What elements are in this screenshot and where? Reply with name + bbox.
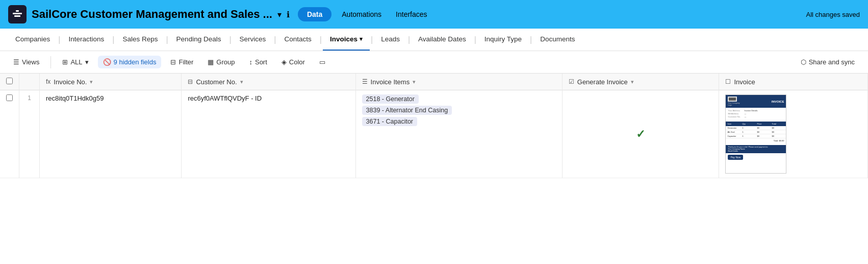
svg-rect-2 xyxy=(16,10,19,12)
resize-button[interactable]: ▭ xyxy=(314,56,330,68)
select-all-checkbox[interactable] xyxy=(6,78,13,84)
checkbox-header xyxy=(0,74,19,90)
top-bar: SailCore Customer Management and Sales .… xyxy=(0,0,868,29)
info-icon[interactable]: ℹ xyxy=(287,10,290,19)
invoices-caret-icon: ▾ xyxy=(360,36,363,42)
all-caret-icon: ▾ xyxy=(85,58,89,66)
eye-off-icon: 🚫 xyxy=(103,58,111,66)
row-checkbox[interactable] xyxy=(6,94,13,101)
col-generate-invoice-caret: ▾ xyxy=(631,79,634,85)
save-status: All changes saved xyxy=(806,11,860,18)
sort-button[interactable]: ↕ Sort xyxy=(244,56,272,68)
interfaces-link[interactable]: Interfaces xyxy=(396,10,427,18)
sep-5: | xyxy=(273,35,277,44)
sep-10: | xyxy=(529,35,533,44)
tab-invoices[interactable]: Invoices ▾ xyxy=(323,29,370,51)
col-invoice-items-caret: ▾ xyxy=(413,79,416,85)
col-generate-invoice[interactable]: ☑ Generate Invoice ▾ xyxy=(562,74,719,90)
sort-icon: ↕ xyxy=(249,58,252,66)
toolbar-sep-1 xyxy=(50,56,51,68)
tab-inquiry-type[interactable]: Inquiry Type xyxy=(477,29,529,51)
row-number: 1 xyxy=(19,90,40,178)
svg-rect-0 xyxy=(13,13,22,14)
top-nav: Automations Interfaces xyxy=(342,10,801,18)
hamburger-icon: ☰ xyxy=(13,58,19,66)
tab-pending-deals[interactable]: Pending Deals xyxy=(169,29,228,51)
share-sync-button[interactable]: ⬡ Share and sync xyxy=(796,56,860,68)
tab-sales-reps[interactable]: Sales Reps xyxy=(115,29,165,51)
generate-invoice-cell: ✓ xyxy=(562,90,719,178)
filter-button[interactable]: ⊟ Filter xyxy=(165,56,198,68)
all-button[interactable]: ⊞ ALL ▾ xyxy=(57,56,93,68)
row-num-header xyxy=(19,74,40,90)
sep-9: | xyxy=(473,35,477,44)
invoice-item-tag-2[interactable]: 3839 - Alternator End Casing xyxy=(362,106,556,117)
lookup-icon: ⊟ xyxy=(188,78,193,85)
tab-companies[interactable]: Companies xyxy=(8,29,57,51)
title-caret-icon[interactable]: ▾ xyxy=(277,10,282,19)
sep-6: | xyxy=(319,35,323,44)
invoice-preview[interactable]: Your CompanyLogo INVOICE Your Address In… xyxy=(725,94,786,174)
share-icon: ⬡ xyxy=(801,58,806,66)
tab-contacts[interactable]: Contacts xyxy=(277,29,319,51)
invoice-item-tag-1[interactable]: 2518 - Generator xyxy=(362,94,556,106)
customer-no-cell[interactable]: rec6yf0AWTflQVDyF - ID xyxy=(182,90,355,178)
color-button[interactable]: ◈ Color xyxy=(276,56,310,68)
invoice-preview-cell[interactable]: Your CompanyLogo INVOICE Your Address In… xyxy=(719,90,868,178)
table-header-row: fx Invoice No. ▾ ⊟ Customer No. ▾ ☰ xyxy=(0,74,868,90)
formula-icon: fx xyxy=(46,78,50,85)
invoice-item-tag-3[interactable]: 3671 - Capacitor xyxy=(362,117,556,128)
filter-icon: ⊟ xyxy=(170,58,176,66)
sep-2: | xyxy=(111,35,115,44)
col-invoice-no-caret: ▾ xyxy=(90,79,93,85)
sep-7: | xyxy=(370,35,374,44)
sep-1: | xyxy=(57,35,61,44)
main-table: fx Invoice No. ▾ ⊟ Customer No. ▾ ☰ xyxy=(0,74,868,178)
invoice-logo xyxy=(728,97,737,102)
app-title: SailCore Customer Management and Sales .… xyxy=(32,8,272,21)
table-wrap: fx Invoice No. ▾ ⊟ Customer No. ▾ ☰ xyxy=(0,74,868,264)
toolbar: ☰ Views ⊞ ALL ▾ 🚫 9 hidden fields ⊟ Filt… xyxy=(0,51,868,74)
data-button[interactable]: Data xyxy=(298,7,331,21)
document-icon: ☐ xyxy=(725,78,731,85)
tab-documents[interactable]: Documents xyxy=(533,29,582,51)
svg-rect-1 xyxy=(14,15,20,17)
invoice-no-cell[interactable]: rec8itq0T1Hdk0g59 xyxy=(40,90,182,178)
app-logo xyxy=(8,5,27,23)
tab-leads[interactable]: Leads xyxy=(374,29,407,51)
sep-4: | xyxy=(228,35,232,44)
automations-link[interactable]: Automations xyxy=(342,10,381,18)
tab-interactions[interactable]: Interactions xyxy=(61,29,111,51)
table-row: 1 rec8itq0T1Hdk0g59 rec6yf0AWTflQVDyF - … xyxy=(0,90,868,178)
views-button[interactable]: ☰ Views xyxy=(8,56,44,68)
group-icon: ▦ xyxy=(208,58,214,66)
col-invoice-items[interactable]: ☰ Invoice Items ▾ xyxy=(355,74,562,90)
sep-3: | xyxy=(165,35,169,44)
sep-8: | xyxy=(407,35,411,44)
list-icon: ☰ xyxy=(362,78,368,85)
checkbox-icon: ☑ xyxy=(569,78,574,85)
invoice-items-cell[interactable]: 2518 - Generator 3839 - Alternator End C… xyxy=(355,90,562,178)
row-checkbox-cell[interactable] xyxy=(0,90,19,178)
col-customer-no-caret: ▾ xyxy=(240,79,243,85)
hidden-fields-button[interactable]: 🚫 9 hidden fields xyxy=(98,56,162,68)
group-button[interactable]: ▦ Group xyxy=(202,56,240,68)
col-invoice-no[interactable]: fx Invoice No. ▾ xyxy=(40,74,182,90)
col-invoice[interactable]: ☐ Invoice xyxy=(719,74,868,90)
tab-available-dates[interactable]: Available Dates xyxy=(411,29,473,51)
checkmark-icon: ✓ xyxy=(636,128,645,140)
col-customer-no[interactable]: ⊟ Customer No. ▾ xyxy=(182,74,355,90)
nav-bar: Companies | Interactions | Sales Reps | … xyxy=(0,29,868,51)
grid-icon: ⊞ xyxy=(62,58,68,66)
tab-services[interactable]: Services xyxy=(233,29,273,51)
resize-icon: ▭ xyxy=(319,58,325,66)
color-icon: ◈ xyxy=(282,58,287,66)
